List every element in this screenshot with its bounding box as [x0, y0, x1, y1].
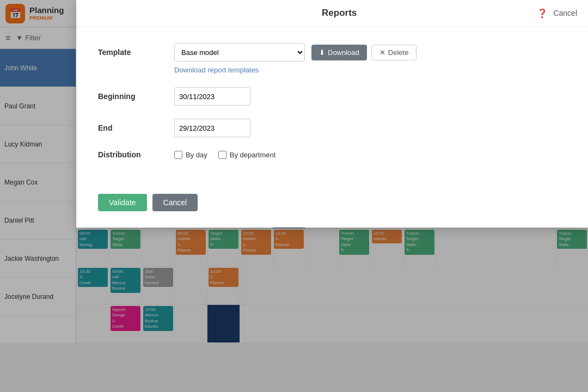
by-day-label: By day — [186, 151, 207, 159]
delete-label: Delete — [388, 48, 409, 57]
download-label: Download — [328, 48, 359, 57]
modal-header-actions: ❓ Cancel — [537, 8, 577, 19]
template-actions: ⬇ Download ✕ Delete — [311, 45, 416, 60]
modal-footer: Validate Cancel — [76, 188, 588, 228]
download-icon: ⬇ — [319, 48, 325, 57]
end-input[interactable] — [174, 119, 250, 137]
modal-body: Template Base model Custom 1 Custom 2 ⬇ … — [76, 27, 588, 188]
download-templates-link[interactable]: Download report templates — [174, 66, 566, 74]
end-label: End — [98, 124, 174, 132]
template-select[interactable]: Base model Custom 1 Custom 2 — [174, 43, 305, 62]
delete-icon: ✕ — [379, 48, 385, 57]
validate-button[interactable]: Validate — [98, 194, 147, 211]
end-row: End — [98, 119, 566, 137]
delete-button[interactable]: ✕ Delete — [371, 45, 417, 60]
beginning-row: Beginning — [98, 87, 566, 106]
cancel-button[interactable]: Cancel — [152, 194, 198, 211]
by-day-checkbox-label[interactable]: By day — [174, 151, 207, 159]
modal-title: Reports — [142, 8, 537, 19]
download-button[interactable]: ⬇ Download — [311, 45, 367, 60]
distribution-options: By day By department — [174, 151, 275, 159]
distribution-row: Distribution By day By department — [98, 150, 566, 159]
template-row: Template Base model Custom 1 Custom 2 ⬇ … — [98, 43, 566, 62]
distribution-label: Distribution — [98, 150, 174, 159]
template-label: Template — [98, 48, 174, 57]
modal-header: Reports ❓ Cancel — [76, 0, 588, 27]
reports-modal: Reports ❓ Cancel Template Base model Cus… — [76, 0, 588, 228]
modal-help-icon[interactable]: ❓ — [537, 8, 548, 19]
beginning-label: Beginning — [98, 92, 174, 101]
by-department-checkbox-label[interactable]: By department — [218, 151, 276, 159]
beginning-input[interactable] — [174, 87, 250, 106]
modal-cancel-link[interactable]: Cancel — [553, 9, 577, 17]
by-department-checkbox[interactable] — [218, 151, 226, 159]
by-day-checkbox[interactable] — [174, 151, 182, 159]
by-department-label: By department — [230, 151, 276, 159]
